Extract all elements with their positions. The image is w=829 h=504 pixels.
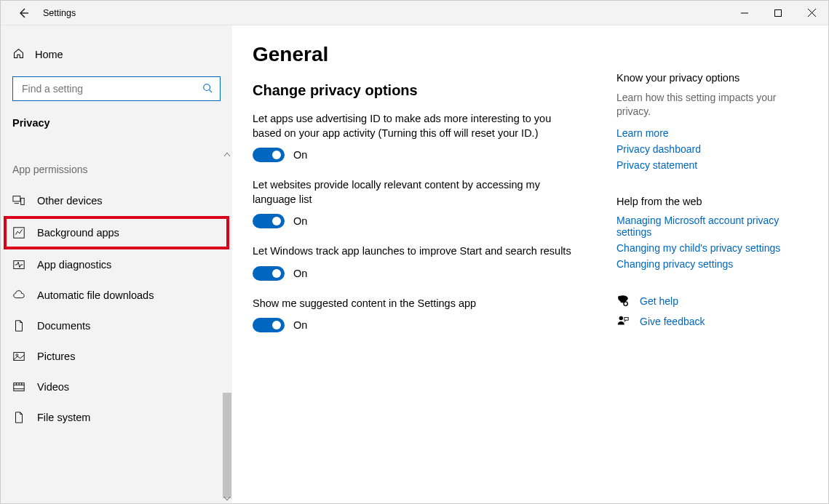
search-icon [202, 83, 213, 95]
setting-desc-advertising: Let apps use advertising ID to make ads … [253, 112, 573, 140]
sidebar-section-header: App permissions [1, 142, 232, 185]
know-options-header: Know your privacy options [616, 72, 798, 84]
titlebar: Settings [1, 1, 828, 25]
devices-icon [12, 194, 25, 207]
sidebar-item-label: Videos [37, 381, 69, 393]
link-change-privacy[interactable]: Changing privacy settings [616, 258, 798, 270]
toggle-state: On [293, 268, 307, 279]
svg-rect-21 [624, 317, 628, 320]
scroll-up-button[interactable] [222, 149, 232, 159]
svg-point-20 [619, 316, 623, 320]
sidebar-item-label: Documents [37, 320, 90, 332]
sidebar-item-automatic-downloads[interactable]: Automatic file downloads [1, 280, 232, 311]
know-options-text: Learn how this setting impacts your priv… [616, 91, 798, 119]
link-privacy-dashboard[interactable]: Privacy dashboard [616, 143, 798, 155]
sidebar-item-file-system[interactable]: File system [1, 402, 232, 433]
svg-rect-1 [775, 9, 782, 16]
file-icon [12, 411, 25, 424]
sidebar-item-other-devices[interactable]: Other devices [1, 185, 232, 216]
sidebar-item-pictures[interactable]: Pictures [1, 341, 232, 372]
link-learn-more[interactable]: Learn more [616, 127, 798, 139]
svg-point-4 [204, 84, 210, 90]
sidebar-home[interactable]: Home [1, 40, 232, 69]
sidebar-item-label: App diagnostics [37, 259, 111, 271]
toggle-state: On [293, 149, 307, 161]
setting-desc-language: Let websites provide locally relevant co… [253, 178, 573, 207]
svg-rect-6 [13, 196, 20, 201]
scroll-down-button[interactable] [222, 493, 232, 503]
link-give-feedback[interactable]: Give feedback [640, 316, 705, 327]
sidebar-item-background-apps[interactable]: Background apps [5, 217, 228, 248]
page-title: General [253, 43, 616, 66]
sidebar: Home Privacy App permissions Other devic… [1, 25, 232, 503]
link-privacy-statement[interactable]: Privacy statement [616, 159, 798, 171]
back-button[interactable] [17, 7, 30, 20]
scroll-thumb[interactable] [223, 393, 231, 498]
toggle-track-launches[interactable] [253, 266, 285, 281]
setting-desc-track-launches: Let Windows track app launches to improv… [253, 244, 573, 259]
section-title: Change privacy options [253, 82, 616, 99]
sidebar-item-videos[interactable]: Videos [1, 372, 232, 402]
toggle-state: On [293, 215, 307, 227]
sidebar-home-label: Home [35, 49, 63, 60]
toggle-state: On [293, 319, 307, 331]
get-help-icon [616, 295, 630, 308]
sidebar-category: Privacy [1, 111, 232, 142]
svg-point-19 [624, 302, 627, 305]
sidebar-item-label: Automatic file downloads [37, 289, 154, 301]
svg-rect-7 [21, 198, 25, 204]
window-title: Settings [43, 8, 76, 18]
svg-line-5 [210, 89, 213, 92]
sidebar-item-documents[interactable]: Documents [1, 311, 232, 341]
toggle-suggested-content[interactable] [253, 318, 285, 332]
close-button[interactable] [795, 1, 828, 25]
search-box[interactable] [12, 76, 221, 101]
cloud-download-icon [12, 289, 25, 302]
setting-desc-suggested-content: Show me suggested content in the Setting… [253, 297, 573, 311]
sidebar-item-label: Other devices [37, 195, 102, 207]
sidebar-item-label: Pictures [37, 351, 75, 362]
sidebar-scrollbar[interactable] [222, 149, 232, 503]
sidebar-item-label: Background apps [37, 227, 119, 239]
background-apps-icon [12, 226, 25, 239]
sidebar-item-app-diagnostics[interactable]: App diagnostics [1, 249, 232, 280]
videos-icon [12, 380, 25, 393]
diagnostics-icon [12, 258, 25, 271]
maximize-button[interactable] [761, 1, 795, 25]
search-input[interactable] [20, 82, 202, 95]
toggle-language-list[interactable] [253, 214, 285, 228]
svg-point-12 [16, 354, 18, 356]
sidebar-item-label: File system [37, 412, 90, 423]
toggle-advertising-id[interactable] [253, 148, 285, 162]
link-child-privacy[interactable]: Changing my child's privacy settings [616, 242, 798, 254]
help-web-header: Help from the web [616, 196, 798, 207]
home-icon [12, 47, 25, 62]
link-get-help[interactable]: Get help [640, 295, 678, 307]
minimize-button[interactable] [728, 1, 761, 25]
documents-icon [12, 319, 25, 332]
feedback-icon [616, 315, 630, 328]
link-manage-account-privacy[interactable]: Managing Microsoft account privacy setti… [616, 215, 798, 238]
pictures-icon [12, 350, 25, 363]
